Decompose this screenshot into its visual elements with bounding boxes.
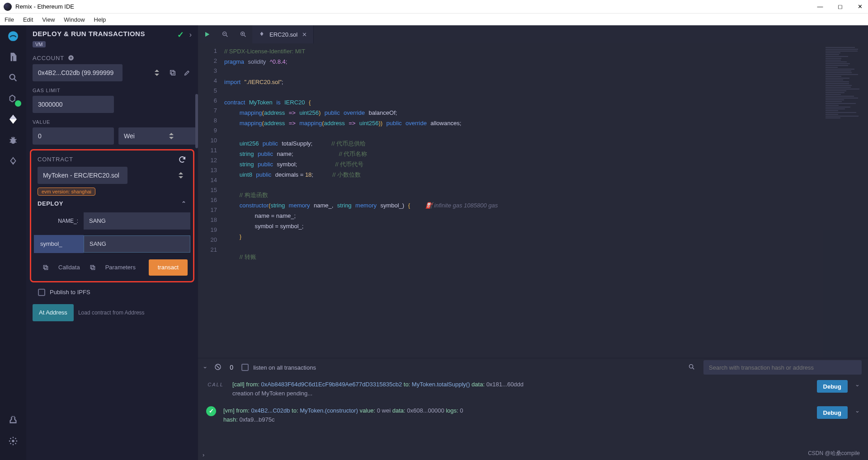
- tab-erc20[interactable]: ERC20.sol ✕: [252, 25, 314, 43]
- debugger-icon[interactable]: [7, 134, 19, 146]
- listen-checkbox[interactable]: [241, 364, 249, 371]
- check-icon: ✓: [177, 30, 184, 40]
- plugin-icon[interactable]: [7, 155, 19, 167]
- transact-button[interactable]: transact: [149, 259, 188, 276]
- copy-account-icon[interactable]: [168, 68, 177, 77]
- listen-label: listen on all transactions: [253, 364, 316, 371]
- svg-point-1: [10, 75, 15, 80]
- terminal: › 0 listen on all transactions CALL [cal…: [198, 358, 868, 460]
- contract-select[interactable]: [38, 167, 127, 184]
- file-explorer-icon[interactable]: [7, 51, 19, 63]
- publish-ipfs-label: Publish to IPFS: [50, 289, 90, 296]
- gas-limit-input[interactable]: [33, 96, 114, 113]
- minimize-button[interactable]: —: [816, 3, 825, 10]
- value-label: VALUE: [26, 113, 198, 127]
- terminal-search-icon[interactable]: [688, 363, 695, 372]
- settings-icon[interactable]: [7, 435, 19, 447]
- tab-close-icon[interactable]: ✕: [302, 31, 307, 38]
- account-label: ACCOUNT: [26, 48, 198, 64]
- panel-title: DEPLOY & RUN TRANSACTIONS: [33, 30, 145, 38]
- svg-point-2: [11, 138, 16, 144]
- home-icon[interactable]: [7, 30, 19, 42]
- menu-view[interactable]: View: [42, 16, 55, 23]
- code-content[interactable]: // SPDX-License-Identifier: MIT pragma s…: [222, 43, 823, 358]
- param-name-input[interactable]: [84, 212, 190, 230]
- log-vm[interactable]: [vm] from: 0x4B2...C02db to: MyToken.(co…: [223, 406, 810, 415]
- menu-help[interactable]: Help: [94, 16, 106, 23]
- menu-file[interactable]: File: [5, 16, 14, 23]
- refresh-icon[interactable]: [178, 155, 187, 164]
- deploy-label: DEPLOY: [38, 200, 63, 207]
- publish-ipfs-checkbox[interactable]: [38, 289, 45, 296]
- pending-count: 0: [230, 364, 233, 371]
- zoom-out-button[interactable]: [216, 25, 234, 43]
- log-pending: creation of MyToken pending...: [232, 389, 810, 398]
- param-symbol-input[interactable]: [84, 235, 190, 253]
- at-address-placeholder[interactable]: Load contract from Address: [78, 304, 192, 321]
- maximize-button[interactable]: ◻: [835, 3, 844, 10]
- line-gutter: 123456789101112131415161718192021: [198, 43, 222, 358]
- success-icon: [206, 406, 216, 416]
- deploy-panel: DEPLOY & RUN TRANSACTIONS VM ✓ › ACCOUNT…: [26, 25, 198, 460]
- window-title: Remix - Ethereum IDE: [15, 3, 812, 10]
- menu-edit[interactable]: Edit: [23, 16, 33, 23]
- log-call[interactable]: [call] from: 0xAb8483F64d9C6d1EcF9b849Ae…: [232, 380, 810, 389]
- watermark: CSDN @哈桑compile: [808, 450, 860, 457]
- icon-rail: [0, 25, 26, 460]
- terminal-chevron-icon[interactable]: ›: [203, 451, 204, 458]
- at-address-button[interactable]: At Address: [33, 304, 74, 321]
- expand-log-icon[interactable]: ⌄: [855, 406, 860, 415]
- debug-button[interactable]: Debug: [817, 406, 848, 419]
- zoom-in-button[interactable]: [234, 25, 252, 43]
- menu-bar: File Edit View Window Help: [0, 14, 868, 25]
- editor-area: ERC20.sol ✕ 1234567891011121314151617181…: [198, 25, 868, 460]
- tab-label: ERC20.sol: [269, 31, 297, 38]
- collapse-deploy-icon[interactable]: ⌃: [181, 200, 187, 207]
- remix-logo-icon: [4, 3, 12, 11]
- log-hash: hash: 0xfa9...b975c: [223, 415, 810, 424]
- value-amount-input[interactable]: [33, 127, 114, 145]
- calldata-label[interactable]: Calldata: [58, 264, 80, 271]
- call-badge: CALL: [206, 380, 225, 389]
- debug-button[interactable]: Debug: [817, 380, 848, 393]
- plus-circle-icon[interactable]: [68, 55, 74, 61]
- chevron-right-icon[interactable]: ›: [189, 31, 192, 39]
- deploy-icon[interactable]: [7, 113, 19, 126]
- run-button[interactable]: [198, 25, 216, 43]
- evm-version-tag: evm version: shanghai: [38, 188, 95, 196]
- svg-rect-10: [90, 265, 94, 268]
- svg-rect-9: [91, 266, 94, 269]
- minimap[interactable]: [823, 43, 868, 358]
- contract-label: CONTRACT: [38, 156, 73, 163]
- account-select[interactable]: [33, 64, 123, 81]
- gas-limit-label: GAS LIMIT: [26, 81, 198, 96]
- editor-tabs: ERC20.sol ✕: [198, 25, 868, 43]
- svg-rect-6: [170, 70, 174, 74]
- terminal-toggle-icon[interactable]: ›: [202, 366, 209, 368]
- edit-account-icon[interactable]: [183, 68, 192, 77]
- vm-badge: VM: [33, 41, 46, 47]
- close-window-button[interactable]: ✕: [855, 3, 864, 10]
- compiler-icon[interactable]: [7, 92, 19, 105]
- svg-rect-5: [171, 71, 175, 75]
- search-icon[interactable]: [7, 71, 19, 84]
- svg-point-3: [12, 440, 14, 442]
- clear-terminal-icon[interactable]: [214, 363, 222, 372]
- expand-log-icon[interactable]: ⌄: [855, 380, 860, 389]
- param-symbol-button[interactable]: symbol_: [34, 235, 84, 253]
- menu-window[interactable]: Window: [64, 16, 85, 23]
- parameters-label[interactable]: Parameters: [105, 264, 136, 271]
- param-name-label: NAME_:: [34, 218, 84, 224]
- copy-calldata-icon[interactable]: [41, 263, 50, 272]
- contract-deploy-section: CONTRACT evm version: shanghai DEPLOY ⌃ …: [30, 149, 194, 282]
- terminal-search-input[interactable]: [703, 360, 862, 375]
- window-titlebar: Remix - Ethereum IDE — ◻ ✕: [0, 0, 868, 14]
- plugin-manager-icon[interactable]: [7, 414, 19, 427]
- svg-rect-8: [43, 265, 47, 268]
- svg-rect-7: [45, 266, 48, 269]
- solidity-file-icon: [259, 31, 265, 38]
- copy-parameters-icon[interactable]: [88, 263, 97, 272]
- svg-point-14: [689, 364, 693, 368]
